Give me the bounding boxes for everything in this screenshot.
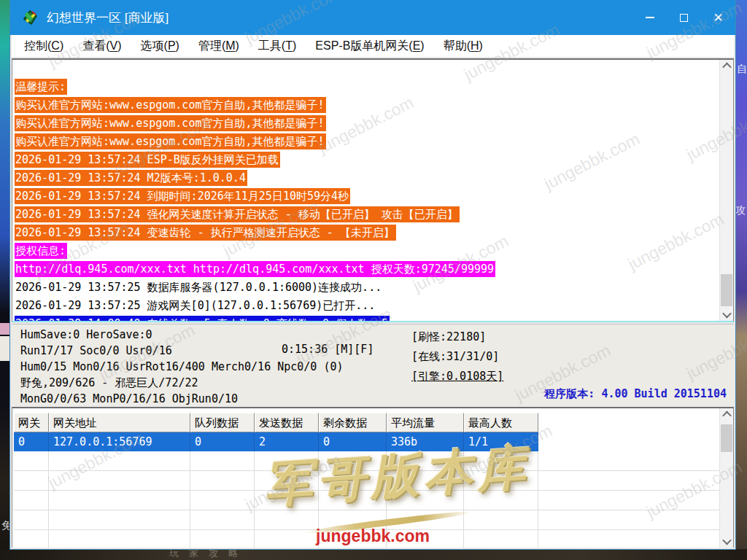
status-counters: HumSave:0 HeroSave:0Run17/17 Soc0/0 Usr0…	[20, 327, 344, 407]
title-bar: 幻想世界一区 [商业版] ✕	[10, 0, 735, 35]
column-header[interactable]: 队列数据	[190, 413, 255, 432]
table-empty-cell	[255, 491, 319, 510]
log-line-text: 2026-01-29 13:57:25 数据库服务器(127.0.0.1:600…	[15, 279, 383, 295]
column-header[interactable]: 发送数据	[255, 413, 319, 432]
app-window: 幻想世界一区 [商业版] ✕ 控制(C)查看(V)选项(P)管理(M)工具(T)…	[10, 0, 735, 549]
column-header[interactable]: 最高人数	[464, 413, 538, 432]
table-empty-cell	[14, 510, 49, 529]
scroll-up-button[interactable]	[720, 60, 733, 72]
maximize-icon	[680, 14, 688, 22]
table-empty-cell	[49, 491, 190, 510]
scrollbar-thumb[interactable]	[721, 424, 732, 452]
table-empty-cell	[464, 510, 538, 529]
log-line-text: 温馨提示:	[15, 79, 67, 95]
scroll-down-button[interactable]	[720, 535, 733, 548]
chevron-up-icon	[722, 63, 732, 72]
table-row[interactable]: 0127.0.0.1:56769020336b1/1	[14, 432, 538, 451]
menu-item-control[interactable]: 控制(C)	[15, 36, 73, 57]
table-empty-cell	[14, 451, 49, 470]
log-line: 购买认准官方网站:www.espgom.com官方自助,其他都是骗子!	[15, 96, 733, 114]
log-line: 2026-01-29 13:57:24 到期时间:2026年11月25日10时5…	[15, 187, 733, 206]
table-cell: 0	[319, 432, 387, 451]
column-header[interactable]: 网关	[14, 413, 49, 432]
program-version: 程序版本: 4.00 Build 20151104	[544, 387, 727, 401]
minimize-icon	[646, 17, 654, 18]
log-line-text: 2026-01-29 13:57:24 ESP-B版反外挂网关已加载	[15, 152, 280, 168]
table-scrollbar[interactable]	[719, 408, 733, 548]
menu-bar: 控制(C)查看(V)选项(P)管理(M)工具(T)ESP-B版单机网关(E)帮助…	[12, 35, 734, 57]
table-header-row: 网关网关地址队列数据发送数据剩余数据平均流量最高人数	[14, 413, 733, 432]
log-line-text: 购买认准官方网站:www.espgom.com官方自助,其他都是骗子!	[15, 115, 326, 131]
log-line-text: 授权信息:	[15, 243, 67, 259]
table-empty-cell	[255, 530, 319, 548]
table-empty-cell	[255, 471, 319, 490]
table-empty-cell	[49, 451, 190, 470]
table-empty-cell	[190, 471, 255, 490]
close-icon: ✕	[713, 12, 723, 24]
log-line	[15, 60, 733, 78]
minimize-button[interactable]	[632, 0, 667, 35]
log-line: 购买认准官方网站:www.espgom.com官方自助,其他都是骗子!	[15, 133, 733, 151]
log-line-text: 购买认准官方网站:www.espgom.com官方自助,其他都是骗子!	[15, 133, 326, 149]
table-empty-cell	[319, 491, 387, 510]
menu-item-view[interactable]: 查看(V)	[73, 36, 131, 57]
chevron-down-icon	[722, 536, 732, 545]
table-empty-cell	[255, 451, 319, 470]
table-empty-cell	[464, 471, 538, 490]
menu-item-options[interactable]: 选项(P)	[131, 36, 189, 57]
column-header[interactable]: 网关地址	[49, 413, 190, 432]
chevron-down-icon	[722, 309, 732, 319]
menu-item-tools[interactable]: 工具(T)	[249, 36, 306, 57]
table-empty-cell	[14, 530, 49, 548]
scroll-up-button[interactable]	[720, 408, 733, 421]
table-empty-cell	[387, 471, 464, 490]
desktop-glyph: 攻	[735, 204, 746, 217]
log-line: 2026-01-29 13:57:24 强化网关速度计算开启状态 - 移动【已开…	[15, 206, 733, 224]
desktop-left-strip: 免	[0, 0, 10, 560]
status-brackets: [刷怪:22180][在线:31/31/0][引擎:0.0108天]	[411, 327, 503, 386]
scrollbar-thumb[interactable]	[721, 274, 732, 306]
app-icon	[21, 9, 39, 26]
status-bracket-line: [刷怪:22180]	[411, 327, 503, 347]
table-empty-row	[14, 491, 733, 510]
log-line: 2026-01-29 13:57:25 游戏网关[0](127.0.0.1:56…	[15, 297, 733, 315]
column-header[interactable]: 剩余数据	[319, 413, 387, 432]
window-title: 幻想世界一区 [商业版]	[47, 9, 169, 26]
table-empty-cell	[464, 451, 538, 470]
log-scrollbar[interactable]	[719, 60, 733, 321]
scroll-down-button[interactable]	[720, 308, 733, 321]
screen: 免 自 攻 玩家攻略 幻想世界一区 [商业版] ✕ 控制(C)查看(V)选项(P…	[0, 0, 747, 560]
column-header[interactable]: 平均流量	[387, 413, 464, 432]
log-line-text: http://dlq.945.com/xxx.txt http://dlq.94…	[15, 261, 495, 277]
table-cell: 0	[14, 432, 49, 451]
maximize-button[interactable]	[667, 0, 701, 35]
log-line-text: 购买认准官方网站:www.espgom.com官方自助,其他都是骗子!	[15, 97, 326, 113]
menu-item-manage[interactable]: 管理(M)	[189, 36, 249, 57]
table-empty-cell	[190, 530, 255, 548]
table-cell: 127.0.0.1:56769	[49, 432, 190, 451]
log-line-text: 2026-01-29 14:00:40 在线总数: 5 真人数: 0 离线数: …	[15, 316, 390, 322]
table-cell: 1/1	[464, 432, 538, 451]
table-empty-row	[14, 471, 733, 491]
table-empty-row	[14, 451, 733, 471]
table-empty-cell	[255, 510, 319, 529]
table-empty-cell	[49, 510, 190, 529]
log-lines: 温馨提示:购买认准官方网站:www.espgom.com官方自助,其他都是骗子!…	[12, 60, 733, 322]
log-line: 温馨提示:	[15, 78, 733, 96]
uptime-clock: 0:15:36 [M][F]	[282, 343, 374, 356]
menu-item-esp-gateway[interactable]: ESP-B版单机网关(E)	[306, 36, 433, 57]
log-line-text: 2026-01-29 13:57:24 M2版本号:1.0.0.4	[15, 170, 247, 186]
log-line: 2026-01-29 14:00:40 在线总数: 5 真人数: 0 离线数: …	[15, 315, 733, 322]
table-empty-cell	[319, 471, 387, 490]
menu-item-help[interactable]: 帮助(H)	[434, 36, 492, 57]
table-empty-cell	[387, 451, 464, 470]
table-empty-cell	[49, 530, 190, 548]
desktop-glyph: 自	[737, 63, 747, 76]
table-empty-cell	[464, 491, 538, 510]
status-line: HumSave:0 HeroSave:0	[20, 327, 344, 343]
close-button[interactable]: ✕	[701, 0, 735, 35]
table-empty-cell	[190, 451, 255, 470]
table-empty-cell	[49, 471, 190, 490]
desktop-bottom-strip: 玩家攻略	[0, 549, 747, 560]
log-line: 2026-01-29 13:57:24 M2版本号:1.0.0.4	[15, 169, 733, 187]
